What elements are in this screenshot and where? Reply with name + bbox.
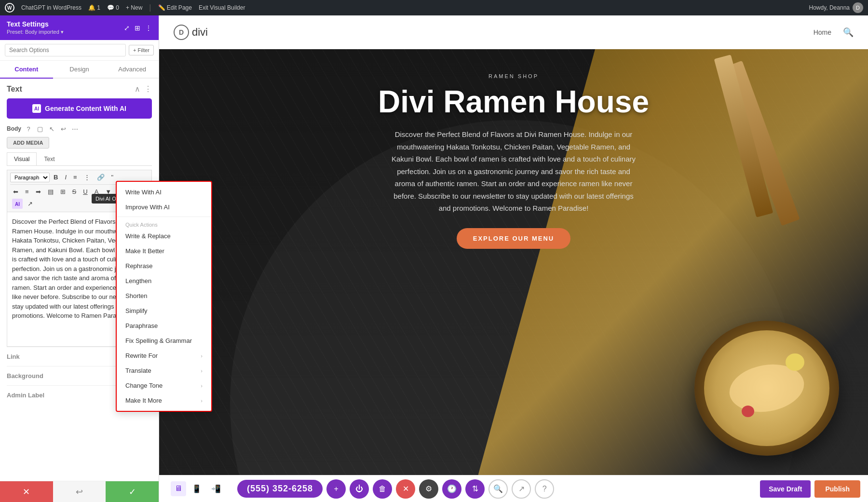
translate-item[interactable]: Translate › [117, 363, 211, 378]
columns-icon[interactable]: ⊞ [135, 24, 140, 32]
viewport-icons: 🖥 📱 📲 [171, 481, 225, 496]
table-button[interactable]: ⊞ [57, 187, 68, 197]
ellipsis-icon[interactable]: ⋮ [145, 24, 152, 32]
desktop-viewport-icon[interactable]: 🖥 [171, 481, 186, 496]
link-button[interactable]: 🔗 [94, 172, 108, 182]
tab-content[interactable]: Content [0, 61, 53, 79]
comment-icon: 💬 0 [107, 4, 119, 11]
underline-button[interactable]: U [80, 187, 90, 197]
change-tone-item[interactable]: Change Tone › [117, 378, 211, 393]
improve-with-ai-item[interactable]: Improve With AI [117, 200, 211, 215]
undo-icon[interactable]: ↩ [59, 124, 68, 133]
editor-tab-visual[interactable]: Visual [7, 152, 37, 165]
search-module-button[interactable]: 🔍 [488, 479, 508, 499]
search-icon[interactable]: 🔍 [843, 27, 854, 38]
dots-icon[interactable]: ⋯ [70, 124, 79, 133]
rewrite-for-item[interactable]: Rewrite For › [117, 348, 211, 363]
italic-button[interactable]: I [62, 172, 69, 182]
exit-builder-link[interactable]: Exit Visual Builder [199, 4, 245, 11]
bold-button[interactable]: B [51, 172, 61, 182]
settings-button[interactable]: ⚙ [419, 479, 438, 499]
trash-button[interactable]: 🗑 [373, 479, 392, 499]
ai-extra-button[interactable]: ↗ [25, 199, 36, 209]
divi-ai-button[interactable]: AI [12, 199, 23, 209]
undo-panel-button[interactable]: ↩ [53, 481, 106, 502]
write-with-ai-item[interactable]: Write With AI [117, 185, 211, 200]
ol-button[interactable]: ⋮ [81, 172, 93, 182]
quick-actions-label: Quick Actions [117, 219, 211, 229]
help-icon[interactable]: ? [24, 124, 33, 133]
hero-cta-button[interactable]: EXPLORE OUR MENU [457, 228, 571, 249]
panel-header: Text Settings Preset: Body imported ▾ ⤢ … [0, 15, 159, 40]
close-panel-button[interactable]: ✕ [0, 481, 53, 502]
user-avatar: D [853, 2, 863, 13]
make-more-chevron-icon: › [201, 398, 203, 404]
editor-tabs: Visual Text [7, 152, 152, 166]
filter-button[interactable]: + Filter [129, 45, 154, 55]
paraphrase-item[interactable]: Paraphrase [117, 318, 211, 333]
ul-button[interactable]: ≡ [70, 172, 80, 182]
svg-text:W: W [7, 5, 12, 11]
collapse-icon[interactable]: ∧ [135, 84, 140, 94]
arrows-button[interactable]: ⇅ [465, 479, 485, 499]
lengthen-item[interactable]: Lengthen [117, 273, 211, 288]
new-button[interactable]: + New [126, 4, 142, 11]
fix-spelling-item[interactable]: Fix Spelling & Grammar [117, 333, 211, 348]
add-section-button[interactable]: + [326, 479, 346, 499]
hero-title: Divi Ramen House [378, 85, 649, 119]
power-button[interactable]: ⏻ [350, 479, 369, 499]
panel-title: Text Settings [7, 20, 64, 28]
tab-design[interactable]: Design [53, 61, 106, 79]
rephrase-item[interactable]: Rephrase [117, 258, 211, 273]
wp-logo-icon: W [5, 3, 14, 13]
quote-button[interactable]: " [108, 172, 117, 182]
block-icon[interactable]: ▢ [36, 124, 44, 133]
align-right-button[interactable]: ➡ [33, 187, 44, 197]
paragraph-select[interactable]: Paragraph [10, 173, 50, 182]
panel-preset[interactable]: Preset: Body imported ▾ [7, 29, 64, 35]
close-module-button[interactable]: ✕ [396, 479, 415, 499]
hero-tag: RAMEN SHOP [488, 73, 539, 79]
change-tone-chevron-icon: › [201, 383, 203, 389]
strikethrough-button[interactable]: S [69, 187, 80, 197]
cursor-icon[interactable]: ↖ [47, 124, 56, 133]
mobile-viewport-icon[interactable]: 📲 [207, 481, 225, 496]
body-toolbar: Body ? ▢ ↖ ↩ ⋯ [7, 124, 152, 133]
edit-page-link[interactable]: ✏️ Edit Page [158, 4, 192, 11]
generate-content-button[interactable]: AI Generate Content With AI [7, 98, 152, 119]
publish-button[interactable]: Publish [814, 480, 860, 498]
share-button[interactable]: ↗ [512, 479, 531, 499]
align-left-button[interactable]: ⬅ [10, 187, 21, 197]
user-info: Howdy, Deanna D [809, 2, 864, 13]
rewrite-chevron-icon: › [201, 353, 203, 359]
align-justify-button[interactable]: ▤ [45, 187, 56, 197]
maximize-icon[interactable]: ⤢ [124, 24, 130, 32]
add-media-button[interactable]: ADD MEDIA [7, 137, 49, 149]
tab-advanced[interactable]: Advanced [106, 61, 159, 79]
make-it-more-item[interactable]: Make It More › [117, 393, 211, 408]
divi-builder-bar: 🖥 📱 📲 (555) 352-6258 + ⏻ 🗑 ✕ ⚙ 🕐 ⇅ 🔍 ↗ ?… [159, 475, 868, 502]
main-layout: Text Settings Preset: Body imported ▾ ⤢ … [0, 15, 868, 502]
divi-logo-circle: D [174, 25, 189, 40]
tablet-viewport-icon[interactable]: 📱 [188, 481, 205, 496]
simplify-item[interactable]: Simplify [117, 303, 211, 318]
align-center-button[interactable]: ≡ [22, 187, 32, 197]
hero-description: Discover the Perfect Blend of Flavors at… [388, 128, 639, 215]
phone-number: (555) 352-6258 [237, 480, 323, 498]
write-replace-item[interactable]: Write & Replace [117, 229, 211, 244]
editor-tab-text[interactable]: Text [37, 152, 62, 165]
notif-count: 🔔 1 [88, 4, 100, 11]
section-more-icon[interactable]: ⋮ [144, 84, 152, 94]
wp-admin-bar: W ChatGPT in WordPress 🔔 1 💬 0 + New | ✏… [0, 0, 868, 15]
confirm-panel-button[interactable]: ✓ [106, 481, 159, 502]
history-button[interactable]: 🕐 [442, 479, 461, 499]
save-draft-button[interactable]: Save Draft [760, 480, 811, 498]
shorten-item[interactable]: Shorten [117, 288, 211, 303]
search-input[interactable] [5, 44, 126, 56]
help-button[interactable]: ? [535, 479, 554, 499]
ai-dropdown-menu: Write With AI Improve With AI Quick Acti… [116, 181, 212, 412]
panel-search-bar: + Filter [0, 40, 159, 61]
make-it-better-item[interactable]: Make It Better [117, 244, 211, 258]
nav-home-link[interactable]: Home [814, 28, 831, 36]
site-name[interactable]: ChatGPT in WordPress [21, 4, 81, 11]
